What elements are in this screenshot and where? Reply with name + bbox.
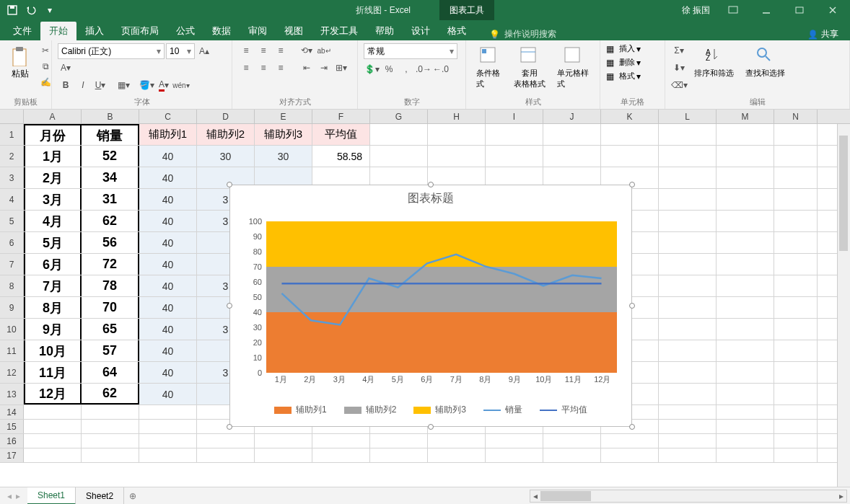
bold-icon[interactable]: B: [58, 78, 74, 92]
row-header[interactable]: 10: [0, 319, 24, 340]
column-header[interactable]: N: [774, 110, 818, 123]
paste-button[interactable]: 粘贴: [6, 43, 35, 83]
chart-legend[interactable]: 辅助列1辅助列2辅助列3销量平均值: [230, 404, 631, 416]
delete-cells-button[interactable]: ▦ 删除▾: [606, 57, 641, 68]
row-header[interactable]: 12: [0, 362, 24, 383]
align-bottom-icon[interactable]: ≡: [273, 43, 289, 58]
column-header[interactable]: H: [428, 110, 486, 123]
tab-insert[interactable]: 插入: [76, 22, 113, 40]
vertical-scrollbar[interactable]: [837, 124, 850, 487]
insert-cells-button[interactable]: ▦ 插入▾: [606, 43, 641, 54]
minimize-icon[interactable]: [752, 1, 781, 19]
cell-styles-button[interactable]: 单元格样式: [553, 43, 594, 92]
maximize-icon[interactable]: [785, 1, 814, 19]
fill-icon[interactable]: ⬇▾: [671, 61, 687, 75]
row-header[interactable]: 6: [0, 232, 24, 253]
row-header[interactable]: 11: [0, 340, 24, 361]
column-header[interactable]: K: [601, 110, 659, 123]
row-header[interactable]: 9: [0, 297, 24, 318]
sheet-tab-2[interactable]: Sheet2: [76, 487, 124, 505]
increase-decimal-icon[interactable]: .0→: [416, 62, 431, 76]
resize-handle-icon[interactable]: [629, 303, 635, 309]
tab-file[interactable]: 文件: [4, 22, 40, 40]
merge-icon[interactable]: ⊞▾: [333, 61, 349, 75]
share-button[interactable]: 👤 共享: [796, 28, 850, 40]
orientation-icon[interactable]: ⟲▾: [299, 43, 315, 58]
shrink-font-icon[interactable]: A▾: [58, 61, 74, 75]
increase-indent-icon[interactable]: ⇥: [316, 61, 332, 75]
fill-color-icon[interactable]: 🪣▾: [139, 78, 154, 92]
row-header[interactable]: 14: [0, 405, 24, 419]
format-cells-button[interactable]: ▦ 格式▾: [606, 71, 641, 81]
tab-formulas[interactable]: 公式: [167, 22, 203, 40]
row-header[interactable]: 17: [0, 448, 24, 462]
ribbon-display-icon[interactable]: [719, 1, 748, 19]
resize-handle-icon[interactable]: [227, 182, 232, 187]
column-header[interactable]: L: [659, 110, 717, 123]
column-header[interactable]: J: [543, 110, 601, 123]
row-header[interactable]: 15: [0, 420, 24, 433]
tab-home[interactable]: 开始: [40, 22, 76, 40]
resize-handle-icon[interactable]: [629, 424, 635, 430]
comma-icon[interactable]: ,: [398, 62, 414, 76]
column-header[interactable]: G: [370, 110, 428, 123]
decrease-decimal-icon[interactable]: ←.0: [433, 62, 449, 76]
align-middle-icon[interactable]: ≡: [255, 43, 271, 58]
copy-icon[interactable]: ⧉: [38, 59, 53, 74]
autosum-icon[interactable]: Σ▾: [671, 43, 687, 58]
resize-handle-icon[interactable]: [227, 303, 232, 309]
row-header[interactable]: 3: [0, 167, 24, 188]
cut-icon[interactable]: ✂: [38, 43, 53, 58]
conditional-format-button[interactable]: 条件格式: [472, 43, 507, 92]
undo-icon[interactable]: [25, 4, 38, 17]
select-all-corner[interactable]: [0, 110, 24, 123]
column-header[interactable]: F: [312, 110, 370, 123]
percent-icon[interactable]: %: [381, 62, 397, 76]
tab-page-layout[interactable]: 页面布局: [113, 22, 167, 40]
find-select-button[interactable]: 查找和选择: [741, 43, 789, 81]
font-color-icon[interactable]: A▾: [156, 78, 172, 92]
underline-icon[interactable]: U▾: [92, 78, 108, 92]
column-header[interactable]: C: [139, 110, 197, 123]
align-top-icon[interactable]: ≡: [238, 43, 254, 58]
italic-icon[interactable]: I: [75, 78, 91, 92]
horizontal-scrollbar[interactable]: ◂▸: [530, 490, 847, 503]
accounting-icon[interactable]: 💲▾: [364, 62, 380, 76]
resize-handle-icon[interactable]: [227, 424, 232, 430]
worksheet-grid[interactable]: ABCDEFGHIJKLMN 1月份销量辅助列1辅助列2辅助列3平均值21月52…: [0, 110, 850, 487]
column-header[interactable]: M: [717, 110, 774, 123]
align-right-icon[interactable]: ≡: [273, 61, 289, 75]
resize-handle-icon[interactable]: [428, 424, 434, 430]
row-header[interactable]: 1: [0, 124, 24, 145]
format-painter-icon[interactable]: ✍: [38, 75, 53, 89]
tell-me-search[interactable]: 💡 操作说明搜索: [489, 28, 556, 40]
tab-view[interactable]: 视图: [276, 22, 312, 40]
column-header[interactable]: E: [255, 110, 312, 123]
row-header[interactable]: 4: [0, 189, 24, 210]
chart-title[interactable]: 图表标题: [230, 185, 631, 212]
decrease-indent-icon[interactable]: ⇤: [299, 61, 315, 75]
sheet-tab-1[interactable]: Sheet1: [27, 487, 76, 505]
font-name-combo[interactable]: Calibri (正文)▾: [58, 43, 165, 59]
column-header[interactable]: A: [24, 110, 82, 123]
wrap-text-icon[interactable]: ab↵: [316, 43, 332, 58]
add-sheet-icon[interactable]: ⊕: [124, 491, 141, 501]
align-left-icon[interactable]: ≡: [238, 61, 254, 75]
sort-filter-button[interactable]: AZ排序和筛选: [690, 43, 738, 81]
table-format-button[interactable]: 套用 表格格式: [509, 43, 550, 92]
chart-plot-area[interactable]: [266, 221, 617, 371]
font-size-combo[interactable]: 10▾: [166, 43, 195, 59]
tab-data[interactable]: 数据: [203, 22, 240, 40]
row-header[interactable]: 5: [0, 211, 24, 231]
tab-developer[interactable]: 开发工具: [312, 22, 367, 40]
row-header[interactable]: 2: [0, 146, 24, 167]
sheet-nav-first-icon[interactable]: ◂: [7, 491, 12, 501]
user-name[interactable]: 徐 振国: [682, 4, 710, 17]
column-header[interactable]: B: [82, 110, 139, 123]
resize-handle-icon[interactable]: [428, 182, 434, 187]
qat-dropdown-icon[interactable]: ▾: [43, 4, 56, 17]
resize-handle-icon[interactable]: [629, 182, 635, 187]
sheet-nav-last-icon[interactable]: ▸: [16, 491, 20, 501]
row-header[interactable]: 8: [0, 275, 24, 296]
row-header[interactable]: 16: [0, 434, 24, 448]
